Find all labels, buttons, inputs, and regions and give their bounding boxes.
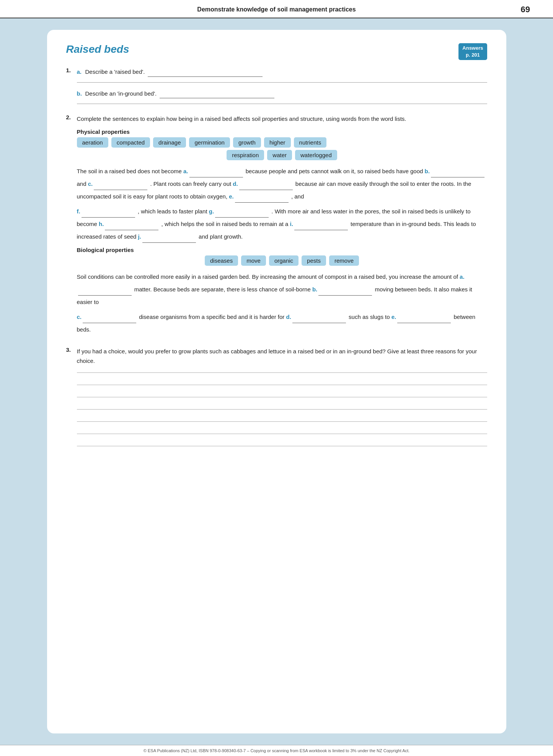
chip-pests: pests [302,255,326,266]
q1b-text: Describe an 'in-ground bed'. [85,89,487,99]
biological-properties-section: Biological properties diseases move orga… [77,247,487,266]
chip-water: water [267,150,292,160]
q3-row: 3. If you had a choice, would you prefer… [66,346,487,455]
question-1: 1. a. Describe a 'raised bed'. b. Descri… [66,67,487,106]
q1-num: 1. [66,67,77,73]
blank-bio-e [397,323,451,323]
blank-f [82,217,135,218]
q3-text: If you had a choice, would you prefer to… [77,348,477,364]
blank-bio-d-label: d. [286,314,291,320]
chip-diseases: diseases [205,255,238,266]
bio-words-row1: diseases move organic pests remove [77,255,487,266]
blank-b-label: b. [425,168,430,174]
blank-bio-c-label: c. [77,314,82,320]
blank-j [142,242,196,243]
chip-germination: germination [189,137,230,148]
blank-a-label: a. [183,168,188,174]
blank-j-label: j. [138,233,141,240]
q1b-row: b. Describe an 'in-ground bed'. [77,89,487,99]
answers-badge-line1: Answers [462,45,483,52]
blank-b [431,177,484,177]
page-header: Demonstrate knowledge of soil management… [0,0,553,18]
physical-properties-section: Physical properties aeration compacted d… [77,128,487,160]
q1b-line2 [77,104,487,104]
blank-i [294,230,348,230]
q2-row: 2. Complete the sentences to explain how… [66,114,487,338]
header-title: Demonstrate knowledge of soil management… [38,6,515,13]
physical-words-row1: aeration compacted drainage germination … [77,137,487,148]
blank-h [105,230,158,230]
physical-properties-heading: Physical properties [77,128,487,135]
write-line-7 [77,442,487,446]
section-title: Raised beds [66,43,129,55]
chip-remove: remove [329,255,359,266]
q1a-row: a. Describe a 'raised bed'. [77,67,487,77]
footer-text: © ESA Publications (NZ) Ltd, ISBN 978-0-… [144,748,409,753]
chip-aeration: aeration [77,137,108,148]
write-line-5 [77,418,487,422]
chip-waterlogged: waterlogged [295,150,337,160]
blank-e [235,202,289,203]
chip-respiration: respiration [227,150,264,160]
chip-drainage: drainage [153,137,186,148]
q1-parts: a. Describe a 'raised bed'. b. Describe … [77,67,487,106]
chip-growth: growth [233,137,261,148]
blank-g [215,217,269,218]
q1a-line2 [77,82,487,83]
biological-properties-heading: Biological properties [77,247,487,253]
blank-c [94,190,147,190]
q1b-line [160,98,274,98]
q2-content: Complete the sentences to explain how be… [77,114,487,338]
q3-num: 3. [66,346,77,353]
blank-bio-a [78,295,132,296]
q1a-line [148,76,263,77]
write-line-1 [77,369,487,373]
q2-num: 2. [66,114,77,120]
blank-h-label: h. [99,221,104,227]
blank-bio-d [292,323,346,323]
fill-bio-1: Soil conditions can be controlled more e… [77,270,487,308]
blank-c-label: c. [88,180,93,187]
answers-badge: Answers p. 201 [458,43,487,60]
chip-organic: organic [269,255,299,266]
q1-row: 1. a. Describe a 'raised bed'. b. Descri… [66,67,487,106]
chip-higher: higher [264,137,291,148]
fill-physical-2: f. , which leads to faster plant g. . Wi… [77,205,487,243]
blank-i-label: i. [290,221,293,227]
question-2: 2. Complete the sentences to explain how… [66,114,487,338]
q1a-text: Describe a 'raised bed'. [85,67,487,77]
blank-g-label: g. [209,208,214,215]
blank-d-label: d. [233,180,238,187]
page-number: 69 [515,5,530,15]
blank-e-label: e. [229,193,234,200]
section-title-row: Raised beds Answers p. 201 [66,43,487,60]
chip-compacted: compacted [111,137,150,148]
blank-bio-b-label: b. [312,286,317,293]
blank-bio-a-label: a. [460,273,465,280]
question-3: 3. If you had a choice, would you prefer… [66,346,487,455]
write-line-2 [77,381,487,385]
q1b-label: b. [77,90,85,97]
q3-content: If you had a choice, would you prefer to… [77,346,487,455]
page-footer: © ESA Publications (NZ) Ltd, ISBN 978-0-… [0,745,553,756]
q3-lines [77,369,487,446]
answers-badge-line2: p. 201 [462,52,483,59]
blank-f-label: f. [77,208,80,215]
q1a-label: a. [77,68,85,75]
blank-a [189,177,243,177]
fill-physical: The soil in a raised bed does not become… [77,165,487,203]
write-line-4 [77,406,487,410]
chip-move: move [241,255,266,266]
write-line-3 [77,393,487,397]
physical-words-row2: respiration water waterlogged [77,150,487,160]
chip-nutrients: nutrients [294,137,327,148]
blank-bio-c [83,323,136,323]
blank-bio-e-label: e. [392,314,396,320]
write-line-6 [77,430,487,434]
blank-bio-b [318,295,372,296]
q2-intro: Complete the sentences to explain how be… [77,114,487,124]
main-content: Raised beds Answers p. 201 1. a. Describ… [47,30,506,733]
blank-d [239,190,293,190]
fill-bio-2: c. disease organisms from a specific bed… [77,311,487,336]
